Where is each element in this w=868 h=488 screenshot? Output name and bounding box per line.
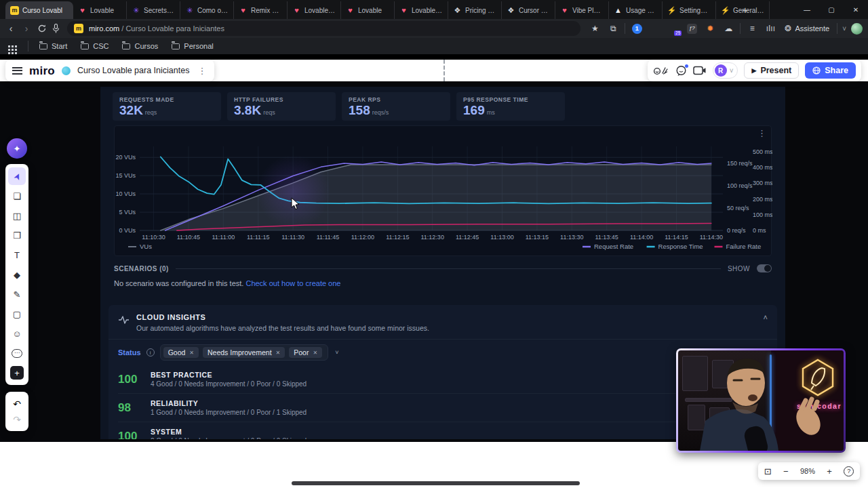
board-title[interactable]: Curso Lovable para Iniciantes (77, 66, 189, 75)
chip-close-icon[interactable]: ✕ (276, 350, 281, 356)
address-bar[interactable]: m miro.com / Curso Lovable para Iniciant… (67, 21, 580, 36)
chip-close-icon[interactable]: ✕ (189, 350, 194, 356)
more-tools[interactable]: + (8, 364, 26, 382)
bookmark-folder[interactable]: CSC (81, 42, 108, 50)
cloud-extension-icon[interactable]: ☁ (722, 22, 735, 35)
browser-tab[interactable]: ♥ Remix of Sim (234, 1, 288, 19)
undo-button[interactable]: ↶ (13, 399, 21, 409)
ai-assistant-button[interactable]: ✦ (7, 138, 27, 159)
tab-favicon-icon: m (10, 6, 19, 15)
browser-tab[interactable]: ⚡ Settings | Sup (663, 1, 716, 19)
browser-tab[interactable]: ♥ Lovable (73, 1, 127, 19)
insight-detail: 2 Good / 0 Needs Improvement / 0 Poor / … (151, 437, 307, 439)
svg-text:20 VUs: 20 VUs (115, 154, 136, 161)
status-chip[interactable]: Poor ✕ (289, 347, 322, 358)
shapes-tool[interactable]: ◆ (8, 266, 26, 283)
select-tool[interactable]: ➤ (8, 167, 26, 185)
show-toggle[interactable] (757, 264, 772, 272)
miro-logo[interactable]: miro (29, 65, 55, 77)
sticky-note-tool[interactable]: ❒ (8, 226, 26, 244)
zoom-to-fit-icon[interactable]: ⊡ (764, 466, 772, 476)
reading-list-icon[interactable]: ≡ (745, 22, 759, 35)
browser-profile-avatar[interactable] (851, 23, 863, 35)
insight-title: BEST PRACTICE (151, 371, 307, 379)
forward-button[interactable]: › (21, 24, 32, 33)
status-chip[interactable]: Good ✕ (163, 347, 199, 358)
bookmark-folder[interactable]: Cursos (122, 42, 158, 50)
pen-tool[interactable]: ✎ (8, 285, 26, 303)
palette-extension-icon[interactable] (648, 22, 662, 35)
tab-favicon-icon: ♥ (560, 6, 569, 15)
bookmark-folder[interactable]: Personal (172, 42, 213, 50)
status-chip-box[interactable]: Good ✕ Needs Improvement ✕ Poor ✕ (160, 344, 329, 361)
collapse-chevron-icon[interactable]: ˄ (764, 313, 768, 321)
profile-chevron-icon[interactable]: ˅ (842, 25, 846, 33)
help-button[interactable]: ? (844, 466, 854, 476)
reactions-icon[interactable] (653, 65, 669, 76)
chevron-down-icon[interactable]: ˅ (335, 349, 338, 356)
browser-toolbar: ‹ › m miro.com / Curso Lovable para Inic… (0, 19, 868, 38)
frame-tool[interactable]: ▢ (8, 305, 26, 323)
main-menu-icon[interactable] (12, 67, 22, 75)
info-icon[interactable]: i (146, 348, 155, 357)
create-scenario-link[interactable]: Check out how to create one (245, 279, 340, 287)
insight-row[interactable]: 100 SYSTEM 2 Good / 0 Needs Improvement … (118, 422, 768, 439)
window-maximize-button[interactable]: ▢ (819, 0, 844, 19)
svg-text:100 ms: 100 ms (753, 211, 772, 218)
divider (176, 268, 721, 269)
folder-icon (172, 43, 180, 49)
purple-extension-icon[interactable]: 25 (667, 22, 680, 35)
comment-tool[interactable]: ⋯ (8, 344, 26, 362)
browser-tab[interactable]: ❖ Pricing - Curs (448, 1, 502, 19)
browser-tab[interactable]: m Curso Lovabl (5, 1, 73, 19)
reload-button[interactable] (37, 24, 47, 33)
present-button[interactable]: ▶ Present (744, 62, 799, 79)
zoom-in-button[interactable]: + (827, 466, 832, 476)
favorites-star-icon[interactable]: ★ (588, 22, 601, 35)
svg-text:15 VUs: 15 VUs (115, 172, 136, 179)
fx-extension-icon[interactable]: ƒ? (685, 22, 698, 35)
tab-favicon-icon: ✳ (185, 6, 194, 15)
share-button[interactable]: Share (805, 62, 856, 79)
browser-tab[interactable]: ✳ Secrets fora d (127, 1, 180, 19)
chip-close-icon[interactable]: ✕ (313, 350, 317, 356)
user-avatar-menu[interactable]: R ˅ (713, 62, 738, 79)
comments-icon[interactable] (675, 65, 687, 77)
new-tab-button[interactable]: + (736, 1, 754, 18)
browser-tab[interactable]: ♥ Vibe Planner (555, 1, 609, 19)
bookmark-folder[interactable]: Start (39, 42, 67, 50)
insight-row[interactable]: 100 BEST PRACTICE 4 Good / 0 Needs Impro… (118, 365, 768, 394)
burst-extension-icon[interactable]: ✹ (703, 22, 717, 35)
browser-tab[interactable]: ♥ Lovable - Bui (288, 1, 341, 19)
tab-favicon-icon: ⚡ (721, 6, 730, 15)
video-chat-icon[interactable] (693, 66, 707, 75)
chart-options-kebab-icon[interactable]: ⋮ (756, 128, 768, 138)
insight-row[interactable]: 98 RELIABILITY 1 Good / 0 Needs Improvem… (118, 394, 768, 422)
zoom-level[interactable]: 98% (800, 467, 815, 475)
browser-tab[interactable]: ▲ Usage – Verc (609, 1, 663, 19)
back-button[interactable]: ‹ (5, 24, 16, 33)
zoom-out-button[interactable]: − (783, 466, 789, 476)
sticker-tool[interactable]: ☺ (8, 325, 26, 342)
apps-grid-icon[interactable] (8, 45, 10, 47)
redo-button[interactable]: ↷ (13, 414, 21, 425)
assistant-button[interactable]: ❂ Assistente (782, 24, 832, 33)
window-close-button[interactable]: ✕ (844, 0, 868, 19)
board-project-icon (62, 66, 71, 75)
templates-tool[interactable]: ❏ (8, 187, 26, 205)
browser-tab[interactable]: ✳ Como o Lova (180, 1, 234, 19)
onepassword-extension-icon[interactable]: 1 (630, 22, 644, 35)
text-tool[interactable]: T (8, 246, 26, 264)
svg-text:11:12:45: 11:12:45 (456, 234, 479, 241)
mic-icon[interactable] (52, 24, 60, 33)
scenarios-section: SCENARIOS (0) SHOW (114, 264, 772, 272)
layout-tool[interactable]: ◫ (8, 207, 26, 224)
browser-tab[interactable]: ♥ Lovable (341, 1, 395, 19)
split-screen-icon[interactable]: ⧉ (606, 22, 620, 35)
tuner-icon[interactable]: ıIıı (764, 22, 777, 35)
browser-tab[interactable]: ♥ Lovable - Bu (395, 1, 448, 19)
window-minimize-button[interactable]: — (795, 0, 819, 19)
browser-tab[interactable]: ❖ Cursor - The (502, 1, 555, 19)
board-options-kebab-icon[interactable]: ⋮ (196, 66, 208, 76)
status-chip[interactable]: Needs Improvement ✕ (203, 347, 285, 358)
